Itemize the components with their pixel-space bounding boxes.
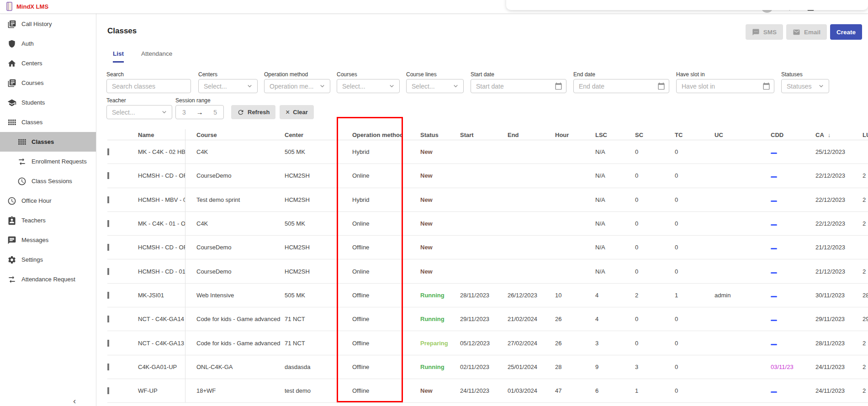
cell-end: 26/12/2023: [500, 292, 547, 299]
tab-attendance[interactable]: Attendance: [141, 50, 172, 63]
sidebar-item-classes[interactable]: Classes: [0, 112, 96, 132]
sidebar-item-classes[interactable]: Classes: [0, 132, 96, 152]
table-row[interactable]: NCT - C4K-GA14Code for kids - Game advan…: [107, 307, 868, 331]
cell-ca: 22/12/2023: [808, 172, 859, 179]
calendar-icon: [657, 82, 665, 90]
cell-cdd: [756, 196, 808, 203]
cell-ca: 22/12/2023: [808, 220, 859, 227]
refresh-button[interactable]: Refresh: [231, 105, 275, 119]
cell-name: NCT - C4K-GA13: [132, 331, 185, 354]
cell-tc: 0: [667, 268, 707, 275]
centers-select[interactable]: Select...: [198, 79, 258, 93]
row-checkbox[interactable]: [107, 340, 109, 347]
table-row[interactable]: MK - C4K - 01 - ONLC4K505 MKOnlineNewN/A…: [107, 212, 868, 236]
cdd-dash[interactable]: [771, 200, 777, 202]
session-range-from[interactable]: 3: [182, 109, 186, 116]
email-button[interactable]: Email: [786, 24, 827, 40]
sms-button[interactable]: SMS: [746, 24, 783, 40]
sidebar-item-students[interactable]: Students: [0, 93, 96, 112]
sidebar-item-auth[interactable]: Auth: [0, 34, 96, 53]
cell-check: [107, 292, 132, 299]
cdd-dash[interactable]: [771, 248, 777, 249]
row-checkbox[interactable]: [107, 220, 109, 227]
table-header-row: NameCourseCenterOperation methodStatusSt…: [107, 129, 868, 140]
cdd-dash[interactable]: [771, 296, 777, 297]
cell-ca: 21/12/2023: [808, 268, 859, 275]
have-slot-in-date-input[interactable]: Have slot in: [676, 79, 774, 93]
sidebar-item-call-history[interactable]: Call History: [0, 14, 96, 34]
cdd-dash[interactable]: [771, 344, 777, 345]
column-header-tc: TC: [667, 132, 707, 138]
cdd-dash[interactable]: [771, 320, 777, 321]
table-row[interactable]: WF-UP18+WFtest demoOfflineNew24/11/20230…: [107, 379, 868, 403]
column-header-ca[interactable]: CA↓: [808, 132, 859, 138]
sidebar-item-class-sessions[interactable]: Class Sessions: [0, 171, 96, 191]
cell-lu: 2: [859, 172, 868, 179]
table-row[interactable]: HCMSH - MBV - 01Test demo sprintHCM2SHHy…: [107, 188, 868, 212]
session-range-range[interactable]: 3→5: [175, 105, 224, 119]
cell-lsc: N/A: [587, 244, 627, 251]
table-row[interactable]: C4K-GA01-UPONL-C4K-GAdasdasdaOfflineRunn…: [107, 355, 868, 379]
column-header-lsc: LSC: [587, 132, 627, 138]
cell-lu: 2: [859, 220, 868, 227]
session-range-to[interactable]: 5: [213, 109, 217, 116]
cdd-dash[interactable]: [771, 176, 777, 178]
search-input[interactable]: Search classes: [106, 79, 191, 93]
sidebar-item-teachers[interactable]: Teachers: [0, 211, 96, 230]
cdd-dash[interactable]: [771, 153, 777, 154]
sidebar-collapse-button[interactable]: ‹: [73, 396, 76, 406]
row-checkbox[interactable]: [107, 292, 109, 299]
cell-course: C4K: [185, 220, 279, 227]
cell-sc: 2: [627, 292, 667, 299]
sidebar-item-attendance-request[interactable]: Attendance Request: [0, 269, 96, 289]
page-title: Classes: [107, 26, 137, 36]
row-checkbox[interactable]: [107, 172, 109, 179]
tabs: ListAttendance: [113, 50, 172, 63]
start-date-date-input[interactable]: Start date: [471, 79, 566, 93]
column-header-operation-method: Operation method: [337, 132, 403, 138]
cell-status: New: [403, 148, 452, 155]
filter-label-have-slot-in: Have slot in: [676, 71, 705, 78]
teacher-select[interactable]: Select...: [106, 105, 172, 119]
app-logo[interactable]: MindX LMS: [5, 1, 48, 11]
table-row[interactable]: HCMSH - CD - OFFCourseDemoHCM2SHOnlineNe…: [107, 164, 868, 188]
row-checkbox[interactable]: [107, 364, 109, 370]
table-row[interactable]: NCT - C4K-GA13Code for kids - Game advan…: [107, 331, 868, 355]
end-date-date-input[interactable]: End date: [573, 79, 669, 93]
table-row[interactable]: HCMSH - CD - 01 - 0CourseDemoHCM2SHOnlin…: [107, 259, 868, 283]
table-row[interactable]: MK-JSI01Web Intensive505 MKOfflineRunnin…: [107, 284, 868, 307]
cell-sc: 3: [627, 364, 667, 370]
sidebar-item-label: Messages: [21, 237, 48, 243]
row-checkbox[interactable]: [107, 148, 109, 155]
cell-ca: 28/11/2023: [808, 340, 859, 347]
clear-button-label: Clear: [293, 109, 308, 116]
row-checkbox[interactable]: [107, 196, 109, 203]
sidebar-item-centers[interactable]: Centers: [0, 53, 96, 73]
sidebar-item-settings[interactable]: Settings: [0, 250, 96, 269]
row-checkbox[interactable]: [107, 244, 109, 251]
row-checkbox[interactable]: [107, 268, 109, 275]
sidebar-item-office-hour[interactable]: Office Hour: [0, 191, 96, 211]
cdd-date-link[interactable]: 03/11/23: [771, 364, 794, 370]
sidebar-item-courses[interactable]: Courses: [0, 73, 96, 93]
tab-list[interactable]: List: [113, 50, 124, 63]
row-checkbox[interactable]: [107, 316, 109, 322]
cdd-dash[interactable]: [771, 224, 777, 226]
operation-method-select[interactable]: Operation me...: [264, 79, 330, 93]
courses-select[interactable]: Select...: [337, 79, 400, 93]
clear-button[interactable]: × Clear: [280, 105, 314, 119]
cell-center: 505 MK: [279, 148, 337, 155]
create-button[interactable]: Create: [830, 24, 862, 40]
cell-center: 71 NCT: [279, 340, 337, 347]
sidebar-item-enrollment-requests[interactable]: Enrollment Requests: [0, 152, 96, 171]
table-row[interactable]: MK - C4K - 02 HBC4K505 MKHybridNewN/A002…: [107, 140, 868, 164]
statuses-select[interactable]: Statuses: [781, 79, 829, 93]
table-row[interactable]: HCMSH - CD - OFFCourseDemoHCM2SHOfflineN…: [107, 236, 868, 259]
cell-cdd: [756, 220, 808, 227]
sidebar-item-messages[interactable]: Messages: [0, 230, 96, 250]
cdd-dash[interactable]: [771, 391, 777, 393]
cell-start: 02/11/2023: [452, 364, 500, 370]
row-checkbox[interactable]: [107, 387, 109, 394]
course-lines-select[interactable]: Select...: [406, 79, 464, 93]
cdd-dash[interactable]: [771, 272, 777, 274]
